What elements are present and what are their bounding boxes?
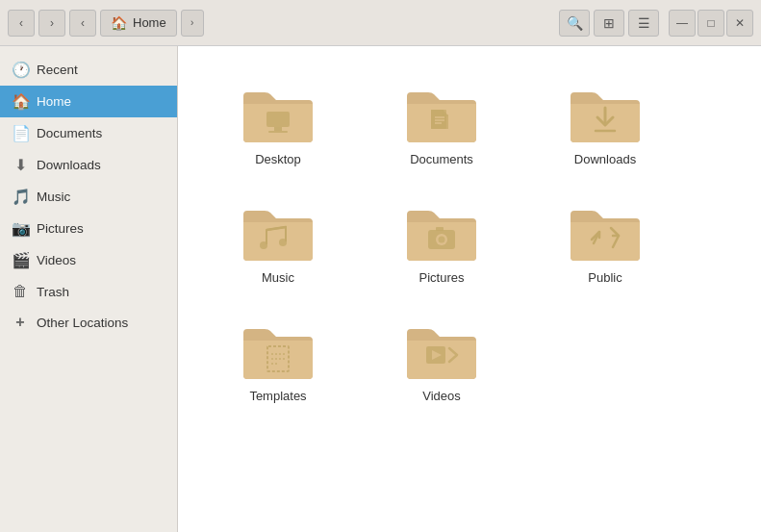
content-area: Desktop Docum xyxy=(178,46,761,532)
folder-grid: Desktop Docum xyxy=(201,65,738,420)
sidebar-label-other: Other Locations xyxy=(37,316,128,330)
sidebar-label-recent: Recent xyxy=(37,63,78,77)
sidebar-item-trash[interactable]: 🗑 Trash xyxy=(0,276,177,307)
svg-point-11 xyxy=(279,239,287,246)
view-list-button[interactable]: ☰ xyxy=(628,10,659,37)
folder-item-documents[interactable]: Documents xyxy=(374,75,509,174)
folder-name-music: Music xyxy=(262,270,294,285)
sidebar-item-downloads[interactable]: ⬇ Downloads xyxy=(0,149,177,181)
other-locations-icon: + xyxy=(12,314,29,331)
folder-item-desktop[interactable]: Desktop xyxy=(211,75,345,174)
sidebar-item-home[interactable]: 🏠 Home xyxy=(0,86,177,117)
maximize-button[interactable]: □ xyxy=(698,10,724,37)
up-button[interactable]: ‹ xyxy=(69,10,96,37)
breadcrumb-chevron[interactable]: › xyxy=(181,10,204,37)
sidebar-label-trash: Trash xyxy=(37,285,69,299)
folder-item-downloads[interactable]: Downloads xyxy=(538,75,672,174)
folder-name-public: Public xyxy=(588,270,621,285)
svg-rect-0 xyxy=(266,112,290,127)
sidebar-item-music[interactable]: 🎵 Music xyxy=(0,181,177,213)
titlebar-left: ‹ › ‹ 🏠 Home › xyxy=(8,10,204,37)
titlebar: ‹ › ‹ 🏠 Home › 🔍 ⊞ ☰ — □ ✕ xyxy=(0,0,761,46)
svg-rect-15 xyxy=(436,227,444,231)
sidebar-label-documents: Documents xyxy=(37,126,102,140)
svg-point-14 xyxy=(439,237,445,243)
folder-name-documents: Documents xyxy=(410,152,473,166)
breadcrumb-label: Home xyxy=(133,15,166,30)
folder-item-music[interactable]: Music xyxy=(211,193,345,292)
breadcrumb[interactable]: 🏠 Home xyxy=(100,10,177,37)
pictures-icon: 📷 xyxy=(12,219,29,238)
home-sidebar-icon: 🏠 xyxy=(12,92,29,111)
sidebar-label-videos: Videos xyxy=(37,253,76,267)
folder-name-pictures: Pictures xyxy=(419,270,465,285)
sidebar-item-videos[interactable]: 🎬 Videos xyxy=(0,244,177,276)
forward-button[interactable]: › xyxy=(38,10,65,37)
folder-icon-music xyxy=(240,201,317,263)
svg-rect-1 xyxy=(274,127,282,131)
folder-item-public[interactable]: Public xyxy=(538,193,672,292)
folder-icon-downloads xyxy=(567,83,644,144)
sidebar-item-documents[interactable]: 📄 Documents xyxy=(0,117,177,149)
view-grid-button[interactable]: ⊞ xyxy=(594,10,624,37)
back-button[interactable]: ‹ xyxy=(8,10,35,37)
minimize-button[interactable]: — xyxy=(669,10,696,37)
folder-icon-videos xyxy=(403,319,480,381)
sidebar: 🕐 Recent 🏠 Home 📄 Documents ⬇ Downloads … xyxy=(0,46,178,532)
folder-icon-documents xyxy=(403,83,480,144)
sidebar-label-pictures: Pictures xyxy=(37,221,84,236)
folder-icon-templates xyxy=(240,319,317,381)
home-icon: 🏠 xyxy=(111,15,127,31)
trash-icon: 🗑 xyxy=(12,283,29,300)
svg-point-10 xyxy=(260,241,267,249)
downloads-icon: ⬇ xyxy=(12,156,29,174)
folder-icon-desktop xyxy=(240,83,317,144)
folder-item-templates[interactable]: Templates xyxy=(211,312,345,411)
sidebar-label-downloads: Downloads xyxy=(37,158,101,172)
close-button[interactable]: ✕ xyxy=(726,10,753,37)
sidebar-item-other-locations[interactable]: + Other Locations xyxy=(0,307,177,338)
folder-name-desktop: Desktop xyxy=(255,152,301,166)
recent-icon: 🕐 xyxy=(12,61,29,79)
svg-rect-2 xyxy=(268,131,288,133)
folder-name-templates: Templates xyxy=(249,389,306,403)
folder-icon-public xyxy=(567,201,644,263)
music-icon: 🎵 xyxy=(12,188,29,206)
sidebar-label-music: Music xyxy=(37,190,70,204)
sidebar-label-home: Home xyxy=(37,94,71,109)
folder-item-pictures[interactable]: Pictures xyxy=(374,193,509,292)
folder-name-videos: Videos xyxy=(422,389,461,403)
sidebar-item-recent[interactable]: 🕐 Recent xyxy=(0,54,177,86)
documents-icon: 📄 xyxy=(12,124,29,142)
folder-item-videos[interactable]: Videos xyxy=(374,312,509,411)
window-controls: — □ ✕ xyxy=(669,10,753,37)
search-button[interactable]: 🔍 xyxy=(559,10,590,37)
main-layout: 🕐 Recent 🏠 Home 📄 Documents ⬇ Downloads … xyxy=(0,46,761,532)
titlebar-right: 🔍 ⊞ ☰ — □ ✕ xyxy=(559,10,753,37)
folder-icon-pictures xyxy=(403,201,480,263)
sidebar-item-pictures[interactable]: 📷 Pictures xyxy=(0,213,177,244)
folder-name-downloads: Downloads xyxy=(574,152,636,166)
videos-icon: 🎬 xyxy=(12,251,29,269)
